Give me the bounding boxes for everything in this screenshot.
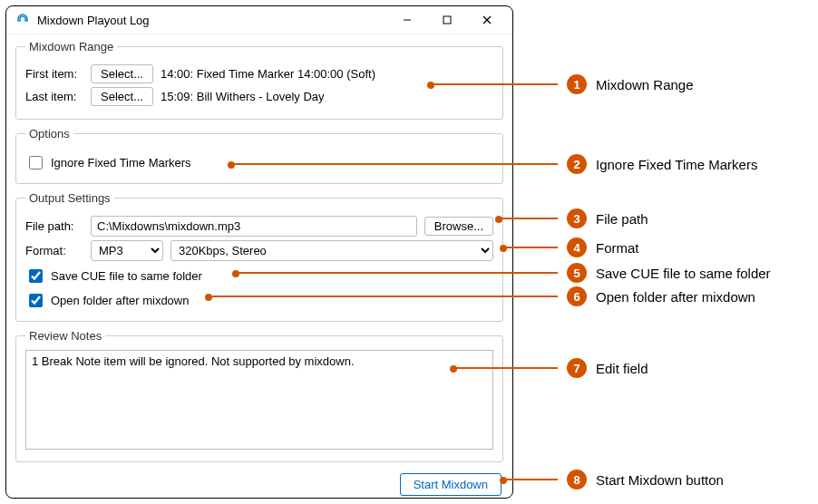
options-legend: Options [25,127,73,141]
first-item-select-button[interactable]: Select... [91,64,153,83]
open-folder-checkbox[interactable] [29,294,43,307]
review-notes-group: Review Notes [15,329,503,462]
annotation-3: 3 File path [499,208,648,228]
last-item-label: Last item: [25,90,83,103]
save-cue-label: Save CUE file to same folder [51,269,202,283]
app-icon [15,13,30,27]
file-path-input[interactable] [91,216,417,237]
review-notes-textarea[interactable] [25,350,493,450]
annotation-2: 2 Ignore Fixed Time Markers [231,154,757,174]
last-item-value: 15:09: Bill Withers - Lovely Day [161,90,325,103]
annotation-4: 4 Format [503,237,639,257]
titlebar: Mixdown Playout Log [6,6,512,34]
minimize-button[interactable] [387,6,427,34]
ignore-ftm-label: Ignore Fixed Time Markers [51,156,191,170]
save-cue-checkbox[interactable] [29,269,43,283]
format-select[interactable]: MP3 [91,240,163,261]
ignore-ftm-checkbox[interactable] [29,156,43,170]
first-item-label: First item: [25,67,83,81]
browse-button[interactable]: Browse... [424,217,493,236]
last-item-select-button[interactable]: Select... [91,87,153,106]
file-path-label: File path: [25,219,83,233]
review-notes-legend: Review Notes [25,329,105,343]
close-button[interactable] [467,6,507,34]
maximize-button[interactable] [427,6,467,34]
annotation-5: 5 Save CUE file to same folder [236,263,771,283]
mixdown-range-legend: Mixdown Range [25,40,117,53]
output-settings-legend: Output Settings [25,191,114,205]
first-item-value: 14:00: Fixed Time Marker 14:00:00 (Soft) [161,67,375,81]
annotation-7: 7 Edit field [453,358,648,378]
start-mixdown-button[interactable]: Start Mixdown [400,473,502,496]
annotation-6: 6 Open folder after mixdown [209,286,755,306]
quality-select[interactable]: 320Kbps, Stereo [170,240,493,261]
window-title: Mixdown Playout Log [37,14,150,27]
annotation-1: 1 Mixdown Range [431,74,694,94]
svg-rect-1 [443,16,451,24]
annotation-8: 8 Start Mixdown button [503,470,724,489]
format-label: Format: [25,244,83,257]
dialog-footer: Start Mixdown [6,464,512,499]
open-folder-label: Open folder after mixdown [51,294,189,307]
